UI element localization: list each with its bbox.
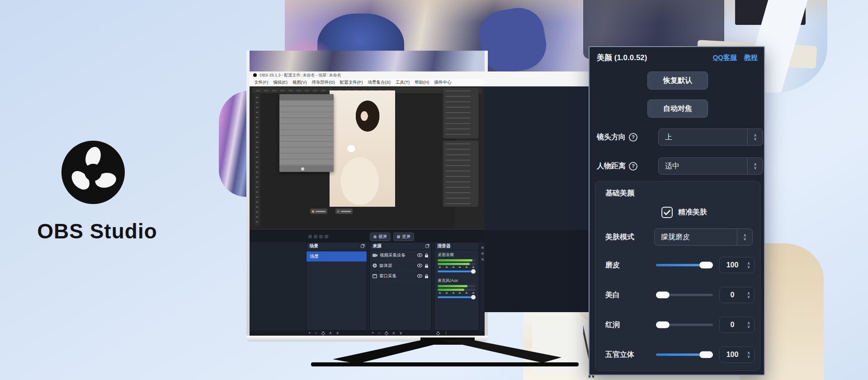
obs-window: OBS 29.1.3 - 配置文件: 未命名 - 场景: 未命名 文件(F) 编… bbox=[250, 71, 485, 336]
spinner-down-icon[interactable]: ∨ bbox=[743, 237, 746, 241]
tab-landscape[interactable]: 横屏 bbox=[370, 233, 391, 241]
menu-tools[interactable]: 工具(T) bbox=[396, 80, 410, 86]
spinner-down-icon[interactable]: ∨ bbox=[747, 325, 750, 328]
camera-direction-select[interactable]: 上 ∧ ∨ bbox=[658, 128, 763, 146]
spinner-down-icon[interactable]: ∨ bbox=[747, 295, 750, 299]
spinner-down-icon[interactable]: ∨ bbox=[747, 265, 750, 269]
volume-knob[interactable] bbox=[471, 269, 476, 274]
subject-distance-select[interactable]: 适中 ∧ ∨ bbox=[658, 157, 763, 175]
spinner-down-icon[interactable]: ∨ bbox=[754, 166, 757, 170]
tutorial-link[interactable]: 教程 bbox=[744, 53, 758, 62]
eye-icon[interactable] bbox=[417, 253, 422, 257]
rosy-slider[interactable] bbox=[656, 324, 713, 326]
whitening-row: 美白 0 ∧∨ bbox=[595, 286, 761, 304]
smoothing-spinbox[interactable]: 100 ∧∨ bbox=[719, 257, 755, 273]
subject-distance-label: 人物距离 bbox=[597, 162, 626, 171]
dock-icon[interactable] bbox=[319, 235, 323, 238]
subject-distance-row: 人物距离 ? 适中 ∧ ∨ bbox=[597, 157, 755, 175]
obs-bottom-toolbar: + − ∧ ∨ + − ∧ ∨ ⋮ bbox=[250, 331, 485, 336]
precise-skin-checkbox[interactable] bbox=[661, 207, 673, 218]
meter-ticks bbox=[439, 292, 475, 294]
spinner-down-icon[interactable]: ∨ bbox=[747, 355, 750, 358]
qq-support-link[interactable]: QQ客服 bbox=[713, 53, 737, 62]
duplicate-icon[interactable] bbox=[361, 245, 364, 248]
menu-view[interactable]: 视图(V) bbox=[292, 80, 307, 86]
menu-help[interactable]: 帮助(H) bbox=[415, 80, 429, 86]
collapsed-dock-strip[interactable] bbox=[480, 242, 485, 331]
lock-icon[interactable] bbox=[425, 253, 429, 257]
dock-icon[interactable] bbox=[314, 235, 317, 238]
eye-icon[interactable] bbox=[417, 274, 422, 278]
menu-edit[interactable]: 编辑(E) bbox=[273, 80, 288, 86]
slider-handle[interactable] bbox=[656, 322, 670, 328]
panel-rows bbox=[279, 100, 334, 166]
move-up-icon[interactable]: ∧ bbox=[329, 331, 332, 336]
source-row[interactable]: 窗口采集 bbox=[370, 271, 431, 281]
rosy-spinbox[interactable]: 0 ∧∨ bbox=[719, 317, 755, 333]
canvas-tab[interactable] bbox=[335, 209, 353, 214]
canvas-tab[interactable] bbox=[310, 209, 327, 214]
help-icon[interactable]: ? bbox=[629, 162, 637, 171]
dock-icon[interactable] bbox=[325, 235, 328, 238]
remove-icon[interactable]: − bbox=[378, 331, 380, 336]
slider-handle[interactable] bbox=[699, 262, 713, 269]
duplicate-icon[interactable] bbox=[425, 245, 429, 248]
basic-beauty-section: 基础美颜 精准美肤 美肤模式 朦胧磨皮 ∧ ∨ 磨皮 bbox=[595, 181, 760, 371]
scenes-header: 场景 bbox=[307, 242, 367, 250]
scene-item-selected[interactable]: 场景 bbox=[307, 252, 367, 261]
gear-icon[interactable] bbox=[436, 332, 440, 335]
add-icon[interactable]: + bbox=[308, 331, 311, 336]
mixer-channel: 麦克风/Aux bbox=[434, 278, 479, 298]
face-definition-slider[interactable] bbox=[656, 354, 713, 356]
move-down-icon[interactable]: ∨ bbox=[336, 331, 339, 336]
menu-plugin-center[interactable]: 插件中心 bbox=[434, 80, 451, 86]
more-icon[interactable]: ⋮ bbox=[444, 331, 448, 336]
camera-direction-label: 镜头方向 bbox=[597, 133, 626, 142]
source-row[interactable]: 视频采集设备 bbox=[370, 250, 431, 261]
obs-preview-area[interactable] bbox=[250, 86, 485, 230]
move-up-icon[interactable]: ∧ bbox=[392, 331, 396, 336]
gear-icon[interactable] bbox=[321, 332, 325, 335]
face-definition-spinbox[interactable]: 100 ∧∨ bbox=[719, 347, 755, 363]
photoshop-side-panel bbox=[443, 88, 478, 138]
dock-icon[interactable] bbox=[308, 235, 312, 238]
portrait-photo bbox=[330, 90, 395, 207]
menu-docks[interactable]: 停靠部件(D) bbox=[311, 80, 335, 86]
move-down-icon[interactable]: ∨ bbox=[399, 331, 402, 336]
smoothing-slider[interactable] bbox=[656, 264, 713, 266]
tab-portrait[interactable]: 竖屏 bbox=[393, 233, 414, 241]
help-icon[interactable]: ? bbox=[629, 133, 637, 142]
menu-file[interactable]: 文件(F) bbox=[254, 80, 268, 86]
volume-slider[interactable] bbox=[438, 296, 476, 298]
landscape-icon bbox=[373, 235, 377, 238]
desktop-wallpaper bbox=[250, 51, 485, 72]
slider-handle[interactable] bbox=[699, 352, 713, 358]
sources-toolbar: + − ∧ ∨ bbox=[372, 331, 402, 336]
obs-titlebar[interactable]: OBS 29.1.3 - 配置文件: 未命名 - 场景: 未命名 bbox=[250, 71, 485, 79]
window-icon bbox=[373, 274, 377, 278]
volume-slider[interactable] bbox=[438, 271, 476, 272]
restore-defaults-button[interactable]: 恢复默认 bbox=[647, 71, 708, 90]
skin-mode-select[interactable]: 朦胧磨皮 ∧ ∨ bbox=[654, 228, 753, 246]
whitening-slider[interactable] bbox=[656, 294, 713, 296]
lock-icon[interactable] bbox=[425, 264, 429, 268]
obs-studio-wordmark: OBS Studio bbox=[23, 219, 172, 243]
autofocus-button[interactable]: 自动对焦 bbox=[647, 100, 708, 118]
slider-handle[interactable] bbox=[656, 292, 670, 299]
lock-icon[interactable] bbox=[425, 274, 429, 278]
source-row[interactable]: 媒体源 bbox=[370, 261, 431, 271]
menu-scene-collection[interactable]: 场景集合(S) bbox=[368, 80, 391, 86]
camera-direction-row: 镜头方向 ? 上 ∧ ∨ bbox=[597, 128, 755, 146]
panel-header bbox=[279, 94, 334, 100]
spinner-down-icon[interactable]: ∨ bbox=[754, 137, 757, 141]
eye-icon[interactable] bbox=[417, 264, 422, 267]
camera-icon bbox=[373, 253, 377, 257]
menu-profile[interactable]: 配置文件(P) bbox=[340, 80, 363, 86]
whitening-spinbox[interactable]: 0 ∧∨ bbox=[719, 287, 755, 303]
volume-knob[interactable] bbox=[471, 295, 476, 299]
gear-icon[interactable] bbox=[385, 332, 388, 335]
panel-slider bbox=[279, 166, 334, 172]
add-icon[interactable]: + bbox=[372, 331, 374, 336]
sources-header: 来源 bbox=[370, 242, 431, 250]
remove-icon[interactable]: − bbox=[315, 331, 317, 336]
